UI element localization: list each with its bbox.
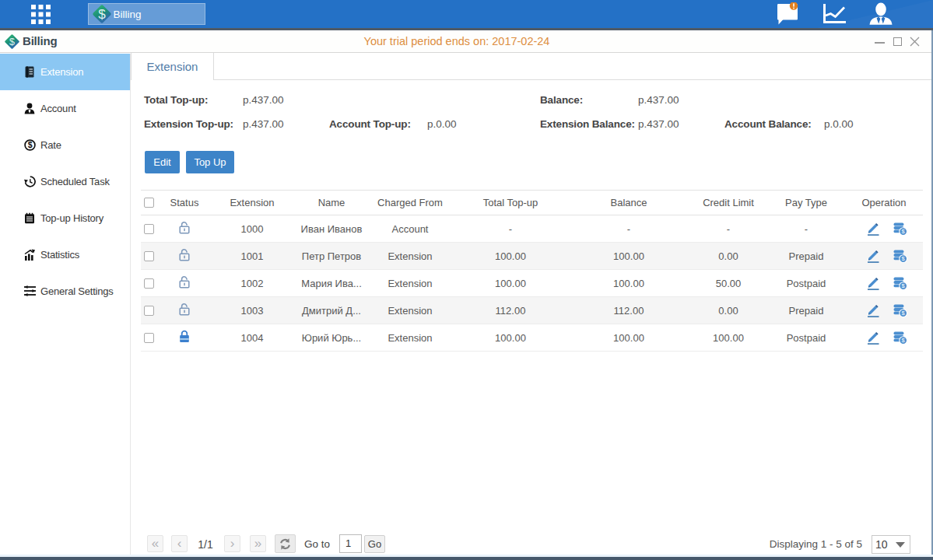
svg-text:$: $: [9, 37, 15, 47]
svg-text:$: $: [98, 7, 106, 22]
svg-text:$: $: [28, 140, 33, 149]
